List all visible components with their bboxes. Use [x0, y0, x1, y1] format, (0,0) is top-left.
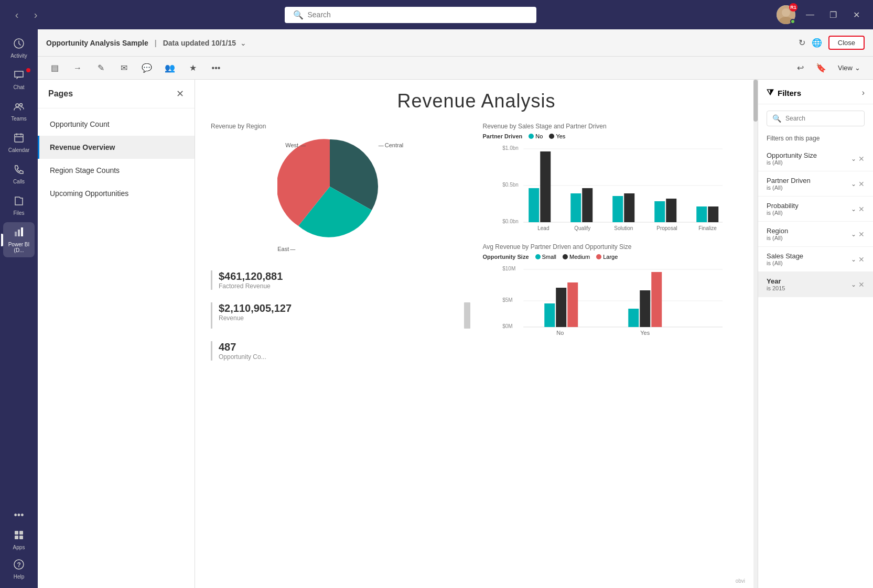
title-bar-right: R1 — ❐ ✕: [777, 5, 865, 24]
filter-search-container[interactable]: 🔍: [767, 111, 865, 126]
filter-sales-stage-clear[interactable]: ✕: [858, 255, 865, 264]
filters-expand-button[interactable]: ›: [862, 88, 865, 97]
page-region-stage-counts-label: Region Stage Counts: [50, 166, 120, 175]
nav-forward-button[interactable]: ›: [27, 6, 44, 23]
filter-region-name: Region: [767, 227, 788, 235]
sidebar-item-chat[interactable]: Chat: [3, 65, 35, 94]
apps-icon: [13, 529, 25, 543]
pages-close-button[interactable]: ✕: [176, 88, 184, 100]
svg-rect-10: [15, 531, 18, 535]
filter-opportunity-size-name: Opportunity Size: [767, 151, 817, 159]
filter-sales-stage-name: Sales Stage: [767, 252, 803, 260]
filter-item-partner-driven[interactable]: Partner Driven is (All) ⌄ ✕: [758, 171, 873, 197]
filter-opportunity-size-clear[interactable]: ✕: [858, 155, 865, 163]
sidebar-item-help[interactable]: ? Help: [3, 554, 35, 584]
edit-button[interactable]: ✎: [92, 60, 109, 77]
bottom-chart-legend: Opportunity Size Small Medium: [483, 254, 742, 260]
legend-yes-label: Yes: [556, 133, 565, 139]
page-item-revenue-overview[interactable]: Revenue Overview: [38, 136, 195, 159]
filter-probability-clear[interactable]: ✕: [858, 205, 865, 213]
legend-large-dot: [596, 254, 601, 259]
comment-button[interactable]: 💬: [138, 60, 155, 77]
svg-text:$1.0bn: $1.0bn: [502, 145, 519, 151]
maximize-button[interactable]: ❐: [825, 6, 842, 23]
svg-rect-12: [15, 536, 18, 539]
report-toolbar: Opportunity Analysis Sample | Data updat…: [38, 29, 873, 57]
page-revenue-overview-label: Revenue Overview: [50, 143, 115, 151]
svg-rect-23: [540, 151, 551, 222]
filter-partner-driven-clear[interactable]: ✕: [858, 180, 865, 188]
nav-back-button[interactable]: ‹: [8, 6, 25, 23]
left-charts: Revenue by Region: [211, 123, 470, 568]
title-bar-left: ‹ ›: [8, 6, 44, 23]
filter-item-year[interactable]: Year is 2015 ⌄ ✕: [758, 272, 873, 297]
close-report-button[interactable]: Close: [828, 36, 865, 50]
east-arrow: —: [290, 246, 295, 252]
filter-partner-driven-name: Partner Driven: [767, 177, 811, 184]
filter-year-controls: ⌄ ✕: [851, 280, 865, 289]
svg-rect-31: [654, 201, 665, 222]
report-scrollbar-thumb[interactable]: [753, 80, 758, 122]
bookmark-button[interactable]: 🔖: [813, 60, 829, 77]
sidebar-item-more[interactable]: •••: [3, 506, 35, 525]
filter-search-input[interactable]: [785, 115, 859, 122]
refresh-button[interactable]: ↻: [799, 38, 805, 48]
svg-rect-35: [708, 206, 718, 222]
filter-probability-chevron: ⌄: [851, 205, 856, 213]
svg-rect-43: [544, 303, 555, 327]
sidebar-item-calendar[interactable]: Calendar: [3, 128, 35, 157]
report-scrollbar[interactable]: [753, 80, 758, 588]
legend-no: No: [529, 133, 543, 139]
filter-region-clear[interactable]: ✕: [858, 230, 865, 238]
svg-rect-7: [15, 232, 17, 236]
files-icon: [13, 195, 25, 209]
svg-text:Qualify: Qualify: [574, 225, 590, 231]
sidebar-item-teams[interactable]: Teams: [3, 96, 35, 126]
svg-rect-44: [556, 288, 566, 327]
legend-medium-label: Medium: [569, 254, 590, 260]
filter-opportunity-size-chevron: ⌄: [851, 155, 856, 162]
mail-button[interactable]: ✉: [115, 60, 132, 77]
view-button[interactable]: View ⌄: [834, 62, 865, 74]
sidebar-item-powerbi[interactable]: Power BI (D...: [3, 222, 35, 257]
content-area: Opportunity Analysis Sample | Data updat…: [38, 29, 873, 588]
filter-item-region[interactable]: Region is (All) ⌄ ✕: [758, 222, 873, 247]
report-page-title: Revenue Analysis: [211, 90, 742, 112]
filter-item-opportunity-size[interactable]: Opportunity Size is (All) ⌄ ✕: [758, 146, 873, 171]
sidebar-item-calls[interactable]: Calls: [3, 159, 35, 189]
filter-year-clear[interactable]: ✕: [858, 280, 865, 289]
sidebar-item-apps[interactable]: Apps: [3, 525, 35, 554]
page-item-upcoming-opportunities[interactable]: Upcoming Opportunities: [38, 182, 195, 205]
page-item-region-stage-counts[interactable]: Region Stage Counts: [38, 159, 195, 182]
central-label-text: Central: [385, 142, 403, 148]
east-label-text: East: [277, 246, 289, 252]
report-dropdown-button[interactable]: ⌄: [240, 39, 246, 47]
filter-partner-driven-value: is (All): [767, 184, 811, 191]
sidebar-item-files[interactable]: Files: [3, 191, 35, 220]
filter-item-probability[interactable]: Probability is (All) ⌄ ✕: [758, 197, 873, 222]
main-layout: Activity Chat Teams: [0, 29, 873, 588]
stat-item-factored-revenue: $461,120,881 Factored Revenue: [211, 270, 470, 290]
favorite-button[interactable]: ★: [185, 60, 201, 77]
layout-button[interactable]: ▤: [46, 60, 63, 77]
title-separator: |: [155, 39, 157, 47]
report-date: Data updated 10/1/15: [163, 39, 236, 47]
filter-region-chevron: ⌄: [851, 231, 856, 238]
filter-region-row: Region is (All) ⌄ ✕: [767, 227, 865, 241]
forward-button[interactable]: →: [69, 60, 86, 77]
close-window-button[interactable]: ✕: [848, 6, 865, 23]
svg-rect-47: [628, 309, 639, 327]
page-item-opportunity-count[interactable]: Opportunity Count: [38, 113, 195, 136]
filter-partner-driven-controls: ⌄ ✕: [851, 180, 865, 188]
sidebar-item-activity[interactable]: Activity: [3, 34, 35, 63]
bottom-bar-chart-section: Avg Revenue by Partner Driven and Opport…: [483, 243, 742, 342]
undo-button[interactable]: ↩: [792, 60, 809, 77]
filter-item-sales-stage[interactable]: Sales Stage is (All) ⌄ ✕: [758, 247, 873, 272]
global-search-bar[interactable]: 🔍: [285, 7, 536, 23]
minimize-button[interactable]: —: [802, 6, 818, 23]
share-button[interactable]: 👥: [161, 60, 178, 77]
globe-button[interactable]: 🌐: [812, 38, 822, 48]
global-search-input[interactable]: [308, 10, 528, 19]
filter-year-chevron: ⌄: [851, 281, 856, 288]
more-options-button[interactable]: •••: [208, 60, 224, 77]
